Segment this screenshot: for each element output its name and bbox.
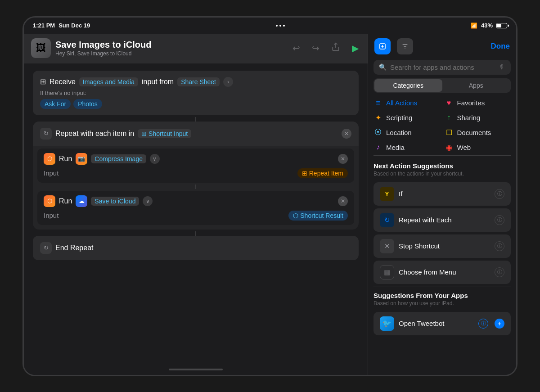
categories-tab[interactable]: Categories: [374, 79, 442, 92]
battery-fill: [497, 24, 501, 27]
shortcuts-header: 🖼 Save Images to iCloud Hey Siri, Save I…: [24, 34, 368, 63]
repeat-info-btn[interactable]: ⓘ: [495, 215, 504, 225]
next-suggestions-section: Next Action Suggestions Based on the act…: [368, 158, 516, 182]
stop-info-btn[interactable]: ⓘ: [495, 241, 504, 251]
repeat-token-shortcut-input[interactable]: ⊞ Shortcut Input: [138, 129, 191, 138]
category-grid: ≡ All Actions ♥ Favorites ✦ Scripting ↑ …: [368, 97, 516, 153]
status-time: 1:21 PM: [33, 22, 55, 29]
receive-token-images-media[interactable]: Images and Media: [79, 77, 138, 86]
suggestion-tweetbot[interactable]: 🐦 Open Tweetbot ⓘ +: [374, 312, 511, 335]
search-bar[interactable]: 🔍 🎙: [374, 60, 511, 75]
if-info-btn[interactable]: ⓘ: [495, 189, 504, 199]
location-icon: ⦿: [374, 128, 382, 136]
sharing-label: Sharing: [457, 114, 481, 122]
category-media[interactable]: ♪ Media: [374, 141, 440, 153]
save-icloud-label[interactable]: Save to iCloud: [91, 197, 139, 206]
receive-input-from: input from: [142, 78, 174, 86]
run-label-2: Run: [59, 197, 72, 205]
repeat-each-label: Repeat with Each: [399, 216, 490, 224]
compress-input-label: Input: [44, 169, 58, 177]
undo-button[interactable]: ↩: [291, 41, 302, 55]
repeat-label: Repeat with each item in: [55, 130, 134, 138]
no-input-label: If there's no input:: [40, 90, 351, 96]
save-icon-left: ⬡: [44, 195, 55, 207]
media-icon: ♪: [374, 143, 382, 151]
suggestion-stop[interactable]: ✕ Stop Shortcut ⓘ: [374, 234, 511, 258]
category-all-actions[interactable]: ≡ All Actions: [374, 97, 440, 109]
actions-list[interactable]: Y If ⓘ ↻ Repeat with Each ⓘ ✕: [368, 182, 516, 375]
actions-panel: Done 🔍 🎙 Categories Apps ≡ All Actions: [368, 34, 516, 375]
menu-info-btn[interactable]: ⓘ: [495, 267, 504, 277]
home-indicator: [24, 364, 368, 375]
actions-toolbar: Done: [368, 34, 516, 58]
compress-icon: ⬡: [44, 153, 55, 165]
done-button[interactable]: Done: [491, 42, 510, 51]
workflow-canvas[interactable]: ⊞ Receive Images and Media input from Sh…: [24, 63, 368, 364]
repeat-close-btn[interactable]: ✕: [342, 129, 351, 139]
suggestion-menu[interactable]: ▦ Choose from Menu ⓘ: [374, 261, 511, 284]
menu-icon: ▦: [380, 265, 394, 279]
play-button[interactable]: ▶: [350, 41, 360, 55]
receive-token-share-sheet[interactable]: Share Sheet: [177, 77, 220, 86]
suggestion-if[interactable]: Y If ⓘ: [374, 182, 511, 206]
shortcut-subtitle: Hey Siri, Save Images to iCloud: [55, 50, 151, 57]
photos-token[interactable]: Photos: [73, 99, 102, 109]
if-icon: Y: [380, 187, 394, 201]
compress-arrow[interactable]: ∨: [150, 154, 160, 164]
compress-input-row: Input ⊞ Repeat Item: [44, 165, 348, 178]
category-favorites[interactable]: ♥ Favorites: [445, 97, 511, 109]
category-location[interactable]: ⦿ Location: [374, 126, 440, 139]
category-web[interactable]: ◉ Web: [445, 141, 511, 153]
battery-percent: 43%: [481, 22, 493, 29]
repeat-item-token[interactable]: ⊞ Repeat Item: [297, 168, 348, 178]
tweetbot-add-btn[interactable]: +: [495, 319, 504, 329]
end-repeat-row: ↻ End Repeat: [40, 242, 351, 254]
save-arrow[interactable]: ∨: [143, 196, 153, 206]
apps-suggestions-section: Suggestions From Your Apps Based on how …: [374, 290, 511, 312]
stop-label: Stop Shortcut: [399, 242, 490, 250]
scripting-icon: ✦: [374, 113, 382, 122]
repeat-body: ⬡ Run 📷 Compress Image ∨ ✕ Input ⊞ Repea…: [33, 146, 359, 230]
receive-arrow[interactable]: ›: [223, 77, 233, 87]
connector-1: [195, 117, 196, 122]
documents-icon: ☐: [445, 128, 454, 137]
category-scripting[interactable]: ✦ Scripting: [374, 112, 440, 124]
next-suggestions-title: Next Action Suggestions: [374, 162, 511, 170]
apps-suggestions-subtitle: Based on how you use your iPad.: [374, 300, 511, 306]
suggestion-repeat[interactable]: ↻ Repeat with Each ⓘ: [374, 208, 511, 232]
location-label: Location: [386, 129, 412, 136]
receive-row: ⊞ Receive Images and Media input from Sh…: [40, 77, 351, 87]
shortcuts-panel: 🖼 Save Images to iCloud Hey Siri, Save I…: [24, 34, 368, 375]
menu-label: Choose from Menu: [399, 268, 490, 276]
ask-for-token[interactable]: Ask For: [40, 99, 71, 109]
share-button[interactable]: [329, 41, 342, 55]
web-icon: ◉: [445, 143, 454, 152]
compress-image-label[interactable]: Compress Image: [91, 154, 146, 163]
shortcut-result-token[interactable]: ⬡ Shortcut Result: [288, 211, 348, 221]
add-action-button[interactable]: [374, 38, 391, 54]
header-actions: ↩ ↪ ▶: [291, 41, 360, 55]
dot3: [283, 25, 285, 27]
category-documents[interactable]: ☐ Documents: [445, 126, 511, 139]
apps-tab[interactable]: Apps: [442, 79, 510, 92]
end-repeat-icon: ↻: [40, 242, 52, 254]
repeat-each-icon: ↻: [380, 213, 394, 227]
section-divider-1: [374, 155, 511, 156]
filter-button[interactable]: [397, 38, 413, 54]
apps-suggestions-title: Suggestions From Your Apps: [374, 292, 511, 299]
save-close-btn[interactable]: ✕: [338, 196, 348, 206]
search-input[interactable]: [390, 63, 495, 71]
repeat-container: ↻ Repeat with each item in ⊞ Shortcut In…: [33, 122, 359, 230]
mic-icon[interactable]: 🎙: [499, 63, 505, 71]
end-repeat-block: ↻ End Repeat: [33, 236, 359, 260]
ask-for-row: Ask For Photos: [40, 99, 351, 109]
redo-button[interactable]: ↪: [310, 41, 321, 55]
shortcut-name: Save Images to iCloud: [55, 40, 151, 50]
compress-image-row: ⬡ Run 📷 Compress Image ∨ ✕: [44, 153, 348, 165]
tweetbot-label: Open Tweetbot: [399, 320, 474, 327]
tweetbot-info-btn[interactable]: ⓘ: [478, 319, 488, 329]
compress-close-btn[interactable]: ✕: [338, 154, 348, 164]
dot1: [276, 25, 278, 27]
category-sharing[interactable]: ↑ Sharing: [445, 112, 511, 124]
repeat-icon: ↻: [40, 128, 52, 140]
